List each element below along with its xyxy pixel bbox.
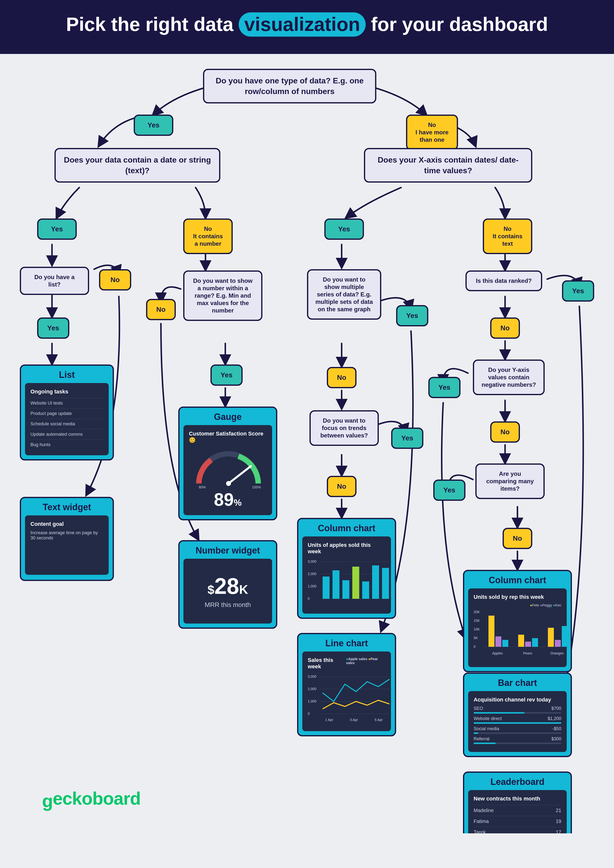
widget-list-inner: Ongoing tasks Website UI testsProduct pa… [25,383,109,455]
widget-line-inner: Sales this week ●Apple sales ●Pear sales… [302,651,391,731]
svg-text:3 Apr: 3 Apr [350,718,358,722]
brand-logo: geckoboard [42,788,141,809]
a-xdates-yes: Yes [324,219,364,240]
line-legend-0: Apple sales [348,657,367,661]
a-range-yes: Yes [210,364,242,386]
q-multi-series: Do you want to show multiple series of d… [307,269,381,320]
svg-rect-36 [502,640,508,647]
q-trends: Do you want to focus on trends between v… [309,410,379,446]
widget-bar: Bar chart Acquisition channel rev today … [463,673,572,757]
svg-text:1,000: 1,000 [308,699,316,703]
bar-row: Referral$300 [474,736,561,744]
a-ranked-no: No [490,318,520,339]
svg-rect-42 [562,626,568,647]
widget-line: Line chart Sales this week ●Apple sales … [297,633,396,736]
a-date-yes: Yes [37,219,77,240]
widget-number-title: Number widget [183,546,272,556]
widget-list: List Ongoing tasks Website UI testsProdu… [20,364,114,460]
a-ranked-yes: Yes [562,281,594,302]
svg-text:0: 0 [308,711,310,716]
svg-text:5K: 5K [474,636,478,640]
svg-line-0 [229,466,251,484]
leaderboard-row: Tarek17 [474,827,561,833]
list-item: Update automated comms [30,429,103,439]
svg-text:1 Apr: 1 Apr [325,718,333,722]
svg-rect-39 [532,638,538,647]
list-title: Ongoing tasks [30,389,103,395]
col2-title: Units sold by rep this week [474,594,544,600]
svg-text:15K: 15K [474,618,480,623]
number-suffix: K [239,583,248,597]
svg-text:0: 0 [474,645,476,648]
q-root: Do you have one type of data? E.g. one r… [203,69,376,104]
list-item: Website UI tests [30,398,103,408]
list-item: Schedule social media [30,418,103,429]
col2-chart-icon: 20K15K10K5K0 Apples Pears Oranges [474,609,568,661]
widget-col1-title: Column chart [302,523,391,533]
widget-col1-inner: Units of apples sold this week 3,000 2,0… [302,536,391,614]
brand-text: eckoboard [53,789,141,808]
list-item: Bug hunts [30,439,103,450]
bar-row: SEO$700 [474,706,561,714]
a-neg-yes: Yes [428,377,460,398]
bar-row: Website direct$1,200 [474,716,561,724]
a-root-no: No I have more than one [406,115,458,150]
number-prefix: $ [207,583,215,597]
widget-col2-inner: Units sold by rep this week ●Pete ●Peggy… [468,588,567,667]
svg-rect-40 [548,628,554,647]
title-highlight: visualization [239,12,365,37]
widget-bar-inner: Acquisition channel rev today SEO$700Web… [468,691,567,752]
a-many-no: No [503,528,532,549]
svg-rect-14 [362,581,369,599]
widget-col2-title: Column chart [468,575,567,586]
widget-text-inner: Content goal Increase average time on pa… [25,515,109,575]
svg-text:2,000: 2,000 [308,572,316,576]
title-pre: Pick the right data [66,13,239,35]
widget-column-2: Column chart Units sold by rep this week… [463,570,572,672]
q-many-items: Are you comparing many items? [476,463,545,499]
svg-rect-11 [333,570,339,599]
svg-rect-34 [488,615,494,647]
col1-title: Units of apples sold this week [308,542,385,555]
a-trends-no: No [327,476,356,497]
widget-number-inner: $28K MRR this month [183,559,272,623]
gauge-value: 89 [214,490,234,510]
a-neg-no: No [490,422,520,443]
widget-leaderboard: Leaderboard New contracts this month Mad… [463,772,572,833]
q-ranked: Is this data ranked? [465,270,542,291]
gauge-icon: 60% 100% [189,446,268,488]
line-title: Sales this week [308,657,346,670]
text-title: Content goal [30,521,103,527]
svg-text:5 Apr: 5 Apr [375,718,383,722]
widget-line-title: Line chart [302,638,391,648]
svg-rect-13 [352,567,359,599]
widget-text: Text widget Content goal Increase averag… [20,497,114,581]
text-body: Increase average time on page by 30 seco… [30,530,103,541]
lb-title: New contracts this month [474,795,561,802]
widget-bar-title: Bar chart [468,678,567,688]
col2-legend-2: Ken [555,603,561,607]
widget-gauge-title: Gauge [183,412,272,422]
gauge-unit: % [234,498,242,508]
list-item: Product page update [30,408,103,418]
widget-text-title: Text widget [25,502,109,512]
number-value: 28 [215,574,239,598]
bar-row: Social media-$50 [474,726,561,734]
a-list-yes: Yes [37,318,69,339]
bar-title: Acquisition channel rev today [474,696,561,703]
svg-text:20K: 20K [474,610,480,614]
col2-cat-2: Oranges [550,651,564,655]
page-title: Pick the right data visualization for yo… [0,12,614,37]
gauge-title: Customer Satisfaction Score 😊 [189,431,267,443]
svg-text:3,000: 3,000 [308,560,316,563]
svg-rect-41 [555,640,561,647]
a-list-no: No [99,269,131,290]
svg-text:10K: 10K [474,627,480,631]
svg-point-1 [226,481,231,486]
a-date-no: No It contains a number [183,219,233,254]
q-x-dates: Does your X-axis contain dates/ date-tim… [364,148,532,183]
a-trends-yes: Yes [391,428,423,449]
col2-cat-1: Pears [523,651,532,655]
widget-number: Number widget $28K MRR this month [178,540,277,629]
svg-rect-37 [518,635,524,647]
